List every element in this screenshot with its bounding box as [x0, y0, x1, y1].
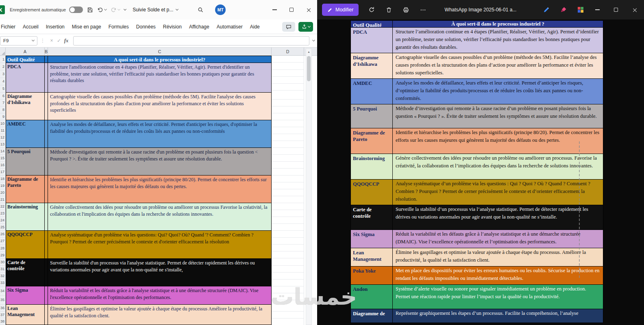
tool-desc-cell[interactable]: Identifie et hiérarchise les problèmes l… — [48, 176, 272, 203]
quick-access-menu-button[interactable] — [124, 4, 126, 15]
print-button[interactable] — [398, 3, 413, 16]
photos-minimize-button[interactable] — [588, 0, 607, 20]
name-box[interactable]: F9 — [0, 36, 37, 46]
spacer-cell[interactable] — [45, 203, 48, 231]
col-header-a[interactable]: A — [6, 48, 45, 55]
tool-desc-cell[interactable]: Réduit la variabilité et les défauts grâ… — [48, 286, 272, 305]
select-all-corner[interactable] — [0, 48, 6, 55]
tab-insertion[interactable]: Insertion — [42, 20, 68, 34]
photos-close-button[interactable] — [625, 0, 644, 20]
tab-accueil[interactable]: Accueil — [19, 20, 42, 34]
row-number-gutter[interactable]: 10111213 — [0, 120, 6, 148]
tab-formules[interactable]: Formules — [105, 20, 133, 34]
empty-cell[interactable] — [272, 120, 304, 148]
spacer-cell[interactable] — [45, 305, 48, 325]
empty-cell[interactable] — [272, 259, 304, 286]
header-tool-cell[interactable]: Outil Qualité — [6, 56, 45, 63]
tool-name-cell[interactable]: PDCA — [6, 63, 45, 93]
scroll-up-arrow-icon[interactable]: ▲ — [306, 49, 311, 55]
photo-canvas[interactable]: Outil Qualité À quoi sert-il dans le pro… — [317, 20, 644, 325]
redo-button[interactable] — [111, 4, 120, 15]
excel-logo-icon[interactable]: X — [0, 5, 5, 14]
save-button[interactable] — [87, 4, 93, 15]
tool-name-cell[interactable]: Six Sigma — [6, 286, 45, 305]
empty-cell[interactable] — [272, 286, 304, 305]
header-question-cell[interactable]: A quoi sert-il dans le processus industr… — [48, 56, 272, 63]
tool-desc-cell[interactable]: Génère collectivement des idées pour rés… — [48, 203, 272, 231]
tool-name-cell[interactable]: Lean Management — [6, 305, 45, 325]
tool-name-cell[interactable]: AMDEC — [6, 120, 45, 148]
tool-desc-cell[interactable]: Analyse systématique d'un problème via l… — [48, 231, 272, 259]
tool-desc-cell[interactable]: Analyse les modes de défaillance, leurs … — [48, 120, 272, 148]
edit-button[interactable]: Modifier — [322, 4, 359, 16]
maximize-button[interactable] — [283, 0, 300, 20]
vertical-scrollbar[interactable]: ▲ — [306, 48, 312, 325]
cancel-entry-icon[interactable]: × — [48, 38, 55, 43]
col-header-d[interactable]: D — [272, 48, 304, 55]
row-number-gutter[interactable]: 22232425 — [0, 203, 6, 231]
tool-desc-cell[interactable]: Élimine les gaspillages et optimise la v… — [48, 305, 272, 325]
tab-donnees[interactable]: Données — [133, 20, 159, 34]
row-number-gutter[interactable]: 3435 — [0, 286, 6, 305]
spacer-cell[interactable] — [45, 63, 48, 93]
col-header-c[interactable]: C — [48, 48, 272, 55]
more-options-button[interactable] — [416, 3, 430, 16]
tab-fichier[interactable]: Fichier — [0, 20, 19, 34]
empty-cell[interactable] — [272, 148, 304, 176]
redo-chevron-icon[interactable] — [117, 8, 120, 11]
tool-desc-cell[interactable]: Méthode d'investigation qui remonte à la… — [48, 148, 272, 176]
search-button[interactable] — [198, 7, 204, 13]
empty-cell[interactable] — [272, 176, 304, 203]
document-title[interactable]: Suivie Solde et p... — [133, 7, 178, 13]
row-number-gutter[interactable]: 6789 — [0, 93, 6, 120]
row-number-gutter[interactable]: 18192021 — [0, 176, 6, 203]
photos-maximize-button[interactable] — [607, 0, 625, 20]
tool-name-cell[interactable]: Diagramme d'Ishikawa — [6, 93, 45, 120]
spacer-cell[interactable] — [45, 120, 48, 148]
tool-desc-cell[interactable]: Cartographie visuelle des causes possibl… — [48, 93, 272, 120]
col-header-b[interactable]: B — [45, 48, 48, 55]
formula-expand-chevron-icon[interactable] — [312, 39, 315, 41]
tool-desc-cell[interactable]: Surveille la stabilité d'un processus vi… — [48, 259, 272, 286]
spacer-cell[interactable] — [45, 148, 48, 176]
tool-name-cell[interactable]: QQOQCCP — [6, 231, 45, 259]
insert-function-icon[interactable]: fx — [63, 38, 70, 44]
delete-button[interactable] — [381, 3, 396, 16]
spacer-cell[interactable] — [45, 93, 48, 120]
row-number-gutter[interactable]: 1 — [0, 56, 6, 63]
gallery-app-button[interactable] — [573, 3, 588, 16]
row-number-gutter[interactable]: 26272829 — [0, 231, 6, 259]
undo-chevron-icon[interactable] — [104, 8, 107, 11]
empty-cell[interactable] — [272, 305, 304, 325]
accept-entry-icon[interactable]: ✓ — [55, 38, 63, 43]
minimize-button[interactable] — [266, 0, 283, 20]
row-number-gutter[interactable]: 2345 — [0, 63, 6, 93]
empty-cell[interactable] — [272, 93, 304, 120]
tab-aide[interactable]: Aide — [246, 20, 263, 34]
tool-name-cell[interactable]: Carte de contrôle — [6, 259, 45, 286]
undo-button[interactable] — [97, 4, 107, 15]
spacer-cell[interactable] — [45, 286, 48, 305]
row-number-gutter[interactable]: 30313233 — [0, 259, 6, 286]
pen-app-button[interactable] — [539, 3, 554, 16]
tab-affichage[interactable]: Affichage — [185, 20, 213, 34]
spacer-cell[interactable] — [45, 176, 48, 203]
tool-desc-cell[interactable]: Structure l'amélioration continue en 4 é… — [48, 63, 272, 93]
empty-cell[interactable] — [272, 231, 304, 259]
user-avatar[interactable]: MT — [215, 4, 226, 15]
comments-button[interactable] — [282, 22, 295, 32]
row-number-gutter[interactable]: 363738 — [0, 305, 6, 325]
row-number-gutter[interactable]: 14151617 — [0, 148, 6, 176]
tool-name-cell[interactable]: Brainstorming — [6, 203, 45, 231]
spacer-cell[interactable] — [45, 259, 48, 286]
paint-app-button[interactable] — [556, 3, 571, 16]
empty-cell[interactable] — [272, 203, 304, 231]
tool-name-cell[interactable]: Diagramme de Pareto — [6, 176, 45, 203]
formula-input[interactable] — [73, 36, 309, 46]
autosave-toggle[interactable] — [69, 6, 83, 13]
scrollbar-thumb[interactable] — [307, 56, 311, 81]
tab-automatiser[interactable]: Automatiser — [213, 20, 246, 34]
empty-cell[interactable] — [272, 63, 304, 93]
tab-revision[interactable]: Révision — [159, 20, 185, 34]
share-button[interactable] — [298, 22, 313, 32]
